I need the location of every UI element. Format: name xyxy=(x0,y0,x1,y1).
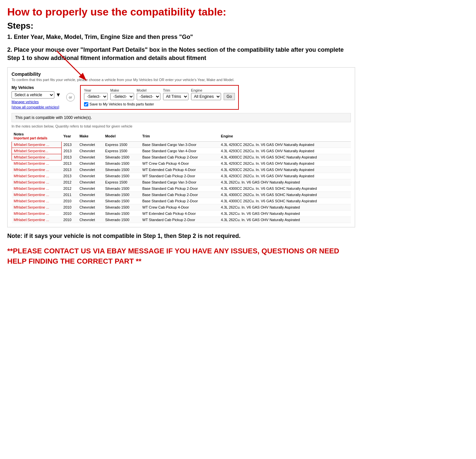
year-cell: 2011 xyxy=(61,191,77,198)
model-select[interactable]: -Select- xyxy=(137,93,160,100)
note-text: Note: if it says your vehicle is not com… xyxy=(7,232,355,240)
engine-cell: 4.3L 4293CC 262Cu. In. V6 GAS OHV Natura… xyxy=(219,166,351,173)
table-row: Mfrlabel:Serpentine ...2010ChevroletSilv… xyxy=(12,204,351,210)
year-label: Year xyxy=(84,88,108,92)
compatibility-box: Compatibility To confirm that this part … xyxy=(7,67,355,227)
trim-cell: Base Standard Cab Pickup 2-Door xyxy=(140,198,219,204)
table-row: Mfrlabel:Serpentine ...2013ChevroletSilv… xyxy=(12,160,351,166)
vehicle-search-fields: Year -Select- Make -Select- Model xyxy=(84,88,235,100)
compat-title: Compatibility xyxy=(12,72,351,77)
year-cell: 2012 xyxy=(61,179,77,185)
make-field-group: Make -Select- xyxy=(110,88,134,100)
my-vehicles-select-row: Select a vehicle ▼ xyxy=(12,91,61,99)
table-row: Mfrlabel:Serpentine ...2013ChevroletSilv… xyxy=(12,166,351,173)
trim-cell: Base Standard Cab Pickup 2-Door xyxy=(140,191,219,198)
trim-cell: Base Standard Cab Pickup 2-Door xyxy=(140,154,219,160)
make-cell: Chevrolet xyxy=(77,148,103,154)
trim-header: Trim xyxy=(140,131,219,142)
table-row: Mfrlabel:Serpentine ...2010ChevroletSilv… xyxy=(12,210,351,216)
notes-header: Notes Important part details xyxy=(12,131,62,142)
year-cell: 2010 xyxy=(61,216,77,223)
engine-cell: 4.3L 4300CC 262Cu. In. V6 GAS SOHC Natur… xyxy=(219,185,351,191)
table-row: Mfrlabel:Serpentine ...2013ChevroletSilv… xyxy=(12,154,351,160)
engine-cell: 4.3L 4293CC 262Cu. In. V6 GAS OHV Natura… xyxy=(219,148,351,154)
make-cell: Chevrolet xyxy=(77,204,103,210)
trim-cell: Base Standard Cargo Van 3-Door xyxy=(140,141,219,148)
year-header: Year xyxy=(61,131,77,142)
model-cell: Express 1500 xyxy=(103,148,140,154)
year-cell: 2013 xyxy=(61,154,77,160)
trim-select[interactable]: All Trims xyxy=(163,93,188,100)
model-cell: Silverado 1500 xyxy=(103,198,140,204)
make-cell: Chevrolet xyxy=(77,160,103,166)
make-cell: Chevrolet xyxy=(77,198,103,204)
model-cell: Silverado 1500 xyxy=(103,173,140,179)
engine-cell: 4.3L 262Cu. In. V6 GAS OHV Naturally Asp… xyxy=(219,210,351,216)
make-cell: Chevrolet xyxy=(77,216,103,223)
trim-cell: WT Extended Cab Pickup 4-Door xyxy=(140,210,219,216)
model-cell: Silverado 1500 xyxy=(103,210,140,216)
year-cell: 2013 xyxy=(61,173,77,179)
make-label: Make xyxy=(110,88,134,92)
engine-cell: 4.3L 4300CC 262Cu. In. V6 GAS SOHC Natur… xyxy=(219,191,351,198)
make-cell: Chevrolet xyxy=(77,173,103,179)
engine-cell: 4.3L 4300CC 262Cu. In. V6 GAS SOHC Natur… xyxy=(219,198,351,204)
trim-cell: WT Crew Cab Pickup 4-Door xyxy=(140,160,219,166)
model-cell: Silverado 1500 xyxy=(103,216,140,223)
go-button[interactable]: Go xyxy=(224,93,235,100)
trim-cell: WT Crew Cab Pickup 4-Door xyxy=(140,204,219,210)
table-row: Mfrlabel:Serpentine ...2010ChevroletSilv… xyxy=(12,216,351,223)
table-row: Mfrlabel:Serpentine...2013ChevroletExpre… xyxy=(12,148,351,154)
engine-header: Engine xyxy=(219,131,351,142)
trim-cell: WT Standard Cab Pickup 2-Door xyxy=(140,216,219,223)
year-cell: 2013 xyxy=(61,160,77,166)
table-row: Mfrlabel:Serpentine ...2013ChevroletExpr… xyxy=(12,141,351,148)
make-cell: Chevrolet xyxy=(77,141,103,148)
year-select[interactable]: -Select- xyxy=(84,93,108,100)
table-row: Mfrlabel:Serpentine ...2012ChevroletSilv… xyxy=(12,185,351,191)
make-cell: Chevrolet xyxy=(77,166,103,173)
vehicle-select[interactable]: Select a vehicle xyxy=(12,91,54,99)
table-row: Mfrlabel:Serpentine ...2012ChevroletExpr… xyxy=(12,179,351,185)
trim-cell: WT Extended Cab Pickup 4-Door xyxy=(140,166,219,173)
engine-cell: 4.3L 4300CC 262Cu. In. V6 GAS SOHC Natur… xyxy=(219,154,351,160)
engine-label: Engine xyxy=(191,88,221,92)
trim-cell: Base Standard Cargo Van 4-Door xyxy=(140,148,219,154)
save-vehicles-label: Save to My Vehicles to finds parts faste… xyxy=(90,102,154,106)
engine-select[interactable]: All Engines xyxy=(191,93,221,100)
year-cell: 2012 xyxy=(61,185,77,191)
show-all-link[interactable]: [show all compatible vehicles] xyxy=(12,105,61,109)
save-vehicles-checkbox[interactable] xyxy=(84,102,88,106)
make-select[interactable]: -Select- xyxy=(110,93,134,100)
make-cell: Chevrolet xyxy=(77,185,103,191)
manage-vehicles-link[interactable]: Manage vehicles xyxy=(12,100,61,104)
model-header: Model xyxy=(103,131,140,142)
step1-text: 1. Enter Year, Make, Model, Trim, Engine… xyxy=(7,33,355,41)
my-vehicles-label: My Vehicles xyxy=(12,85,61,90)
year-cell: 2010 xyxy=(61,204,77,210)
engine-cell: 4.3L 4293CC 262Cu. In. V6 GAS OHV Natura… xyxy=(219,160,351,166)
or-circle: or xyxy=(66,93,75,101)
year-cell: 2013 xyxy=(61,148,77,154)
model-cell: Silverado 1500 xyxy=(103,191,140,198)
model-field-group: Model -Select- xyxy=(137,88,160,100)
compat-top-row: My Vehicles Select a vehicle ▼ Manage ve… xyxy=(12,85,351,110)
steps-label: Steps: xyxy=(7,21,355,31)
notes-header-main: Notes xyxy=(14,132,24,136)
model-cell: Silverado 1500 xyxy=(103,185,140,191)
trim-cell: Base Standard Cargo Van 3-Door xyxy=(140,179,219,185)
step2-text: 2. Place your mouse over "Important Part… xyxy=(7,46,355,62)
model-cell: Silverado 1500 xyxy=(103,160,140,166)
trim-cell: Base Standard Cab Pickup 2-Door xyxy=(140,185,219,191)
compat-subtitle: To confirm that this part fits your vehi… xyxy=(12,78,351,82)
model-cell: Express 1500 xyxy=(103,179,140,185)
engine-cell: 4.3L 262Cu. In. V6 GAS OHV Naturally Asp… xyxy=(219,216,351,223)
vehicle-search-box: Year -Select- Make -Select- Model xyxy=(80,85,239,110)
notes-header-sub: Important part details xyxy=(14,136,47,140)
dropdown-arrow-icon: ▼ xyxy=(56,92,61,98)
year-cell: 2013 xyxy=(61,141,77,148)
year-field-group: Year -Select- xyxy=(84,88,108,100)
table-row: Mfrlabel:Serpentine ...2010ChevroletSilv… xyxy=(12,198,351,204)
table-row: Mfrlabel:Serpentine ...2013ChevroletSilv… xyxy=(12,173,351,179)
compat-note: In the notes section below, Quantity ref… xyxy=(12,124,351,128)
